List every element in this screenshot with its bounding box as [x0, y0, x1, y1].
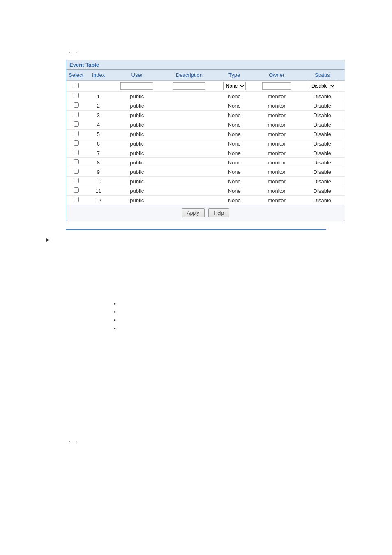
cell-user: public — [111, 177, 163, 186]
cell-description — [163, 139, 215, 148]
cell-user: public — [111, 167, 163, 177]
table-row: 2publicNonemonitorDisable — [66, 101, 345, 111]
bullet-item-3 — [114, 317, 278, 323]
table-row: 4publicNonemonitorDisable — [66, 120, 345, 130]
cell-status: Disable — [300, 177, 345, 186]
cell-index: 1 — [86, 92, 111, 101]
col-index: Index — [86, 70, 111, 81]
cell-type: None — [215, 186, 254, 196]
table-row: 1publicNonemonitorDisable — [66, 92, 345, 101]
cell-owner: monitor — [254, 101, 300, 111]
cell-type: None — [215, 92, 254, 101]
row-checkbox-10[interactable] — [74, 178, 79, 183]
cell-index: 8 — [86, 158, 111, 167]
event-table-section: Event Table Select Index User Descriptio… — [66, 60, 345, 221]
cell-status: Disable — [300, 111, 345, 120]
event-table-title: Event Table — [66, 60, 345, 70]
bullet-list — [114, 301, 278, 331]
cell-index: 9 — [86, 167, 111, 177]
table-row: 7publicNonemonitorDisable — [66, 148, 345, 158]
cell-type: None — [215, 101, 254, 111]
cell-status: Disable — [300, 158, 345, 167]
cell-user: public — [111, 196, 163, 205]
row-checkbox-8[interactable] — [74, 159, 79, 164]
cell-description — [163, 111, 215, 120]
col-user: User — [111, 70, 163, 81]
select-all-checkbox[interactable] — [74, 83, 79, 88]
desc-filter-input[interactable] — [173, 82, 205, 90]
cell-user: public — [111, 111, 163, 120]
cell-status: Disable — [300, 167, 345, 177]
row-checkbox-3[interactable] — [74, 112, 79, 117]
event-table: Select Index User Description Type Owner… — [66, 70, 345, 205]
cell-type: None — [215, 139, 254, 148]
cell-type: None — [215, 196, 254, 205]
buttons-row: Apply Help — [66, 205, 345, 221]
cell-user: public — [111, 158, 163, 167]
cell-index: 4 — [86, 120, 111, 130]
cell-owner: monitor — [254, 186, 300, 196]
arrow-bullet-icon: ► — [45, 236, 51, 243]
row-checkbox-4[interactable] — [74, 121, 79, 127]
cell-description — [163, 196, 215, 205]
row-checkbox-2[interactable] — [74, 102, 79, 108]
table-row: 3publicNonemonitorDisable — [66, 111, 345, 120]
cell-index: 12 — [86, 196, 111, 205]
help-button[interactable]: Help — [208, 208, 229, 217]
col-select: Select — [66, 70, 86, 81]
col-owner: Owner — [254, 70, 300, 81]
table-row: 5publicNonemonitorDisable — [66, 130, 345, 139]
col-type: Type — [215, 70, 254, 81]
row-checkbox-5[interactable] — [74, 131, 79, 136]
cell-user: public — [111, 148, 163, 158]
status-filter-select[interactable]: Disable Enable — [309, 82, 336, 90]
apply-button[interactable]: Apply — [182, 208, 205, 217]
cell-owner: monitor — [254, 120, 300, 130]
cell-status: Disable — [300, 92, 345, 101]
table-row: 8publicNonemonitorDisable — [66, 158, 345, 167]
row-checkbox-7[interactable] — [74, 150, 79, 155]
row-checkbox-11[interactable] — [74, 187, 79, 193]
cell-description — [163, 158, 215, 167]
table-row: 11publicNonemonitorDisable — [66, 186, 345, 196]
breadcrumb-arrows-top: → → — [66, 49, 78, 56]
row-checkbox-1[interactable] — [74, 93, 79, 98]
cell-type: None — [215, 167, 254, 177]
cell-user: public — [111, 186, 163, 196]
filter-row: None Disable Enable — [66, 81, 345, 92]
type-filter-select[interactable]: None — [223, 82, 246, 90]
col-description: Description — [163, 70, 215, 81]
cell-owner: monitor — [254, 158, 300, 167]
cell-status: Disable — [300, 130, 345, 139]
cell-owner: monitor — [254, 177, 300, 186]
cell-status: Disable — [300, 148, 345, 158]
user-filter-input[interactable] — [120, 82, 153, 90]
cell-type: None — [215, 130, 254, 139]
row-checkbox-12[interactable] — [74, 197, 79, 202]
table-row: 6publicNonemonitorDisable — [66, 139, 345, 148]
cell-owner: monitor — [254, 196, 300, 205]
cell-description — [163, 120, 215, 130]
cell-index: 7 — [86, 148, 111, 158]
row-checkbox-9[interactable] — [74, 169, 79, 174]
breadcrumb-arrows-bottom: → → — [66, 438, 78, 444]
bullet-item-4 — [114, 325, 278, 331]
cell-type: None — [215, 177, 254, 186]
cell-status: Disable — [300, 139, 345, 148]
cell-status: Disable — [300, 101, 345, 111]
cell-description — [163, 186, 215, 196]
table-row: 12publicNonemonitorDisable — [66, 196, 345, 205]
cell-user: public — [111, 139, 163, 148]
cell-index: 10 — [86, 177, 111, 186]
table-row: 10publicNonemonitorDisable — [66, 177, 345, 186]
cell-status: Disable — [300, 196, 345, 205]
cell-description — [163, 101, 215, 111]
cell-description — [163, 148, 215, 158]
section-divider — [66, 229, 326, 230]
cell-description — [163, 130, 215, 139]
cell-owner: monitor — [254, 92, 300, 101]
breadcrumb-top: → → — [12, 8, 380, 56]
row-checkbox-6[interactable] — [74, 140, 79, 146]
cell-owner: monitor — [254, 139, 300, 148]
owner-filter-input[interactable] — [262, 82, 291, 90]
